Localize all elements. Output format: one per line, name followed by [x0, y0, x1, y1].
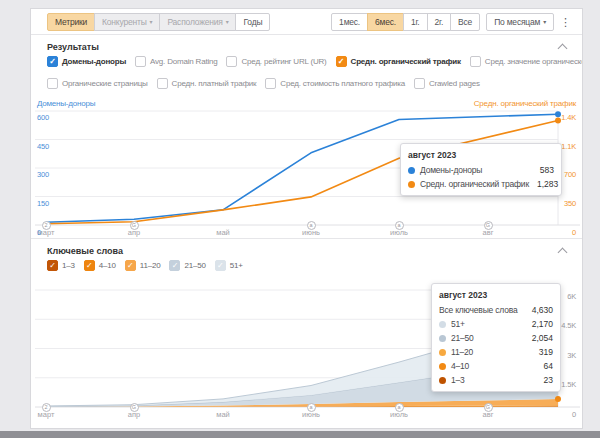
tab-competitors[interactable]: Конкуренты▾: [94, 13, 160, 31]
metric-checkbox[interactable]: ✓4–10: [84, 260, 116, 271]
results-metric-checkboxes: ✓Домены-донорыAvg. Domain RatingСред. ре…: [31, 52, 582, 96]
tooltip-row: Домены-доноры583: [401, 163, 561, 177]
tooltip-row-label: 21–50: [451, 331, 524, 345]
metric-checkbox[interactable]: Avg. Domain Rating: [135, 56, 217, 67]
series-dot-icon: [408, 181, 415, 188]
left-axis-zero: 0: [37, 228, 41, 237]
tooltip-row: 21–502,054: [432, 331, 560, 345]
tooltip-row-label: Домены-доноры: [420, 163, 532, 177]
tooltip-row-value: 64: [544, 359, 553, 373]
right-axis-tick: 1.4K: [561, 113, 576, 122]
left-axis-tick: 600: [37, 113, 49, 122]
right-axis-zero: 0: [572, 228, 576, 237]
tooltip-row-label: 1–3: [451, 373, 536, 387]
axis-event-marker[interactable]: a: [395, 403, 404, 412]
checkbox-box-icon: ✓: [169, 260, 180, 271]
range-button[interactable]: 2г.: [427, 13, 452, 31]
checkbox-box-icon: ✓: [47, 260, 58, 271]
checkbox-label: 51+: [230, 261, 243, 270]
metric-checkbox[interactable]: ✓21–50: [169, 260, 205, 271]
tab-years-label: Годы: [243, 17, 262, 27]
range-button[interactable]: 6мес.: [367, 13, 404, 31]
series-dot-icon: [439, 321, 446, 328]
x-axis-month-label: май: [208, 410, 238, 419]
metrics-panel: МетрикиКонкуренты▾Расположения▾Годы 1мес…: [30, 8, 583, 429]
tab-competitors-label: Конкуренты: [102, 17, 147, 27]
kebab-menu-icon[interactable]: ⋮: [554, 16, 574, 28]
series-dot-icon: [439, 335, 446, 342]
axis-event-marker[interactable]: G: [130, 403, 139, 412]
metric-checkbox[interactable]: Органические страницы: [47, 78, 148, 89]
chevron-down-icon: ▾: [226, 17, 229, 27]
keywords-chart[interactable]: мартапрмайиюньиюльавг2GaaG6K4.5K3K1.5K0а…: [31, 278, 584, 419]
view-tabs: МетрикиКонкуренты▾Расположения▾Годы: [47, 13, 270, 31]
axis-event-marker[interactable]: a: [395, 221, 404, 230]
checkbox-label: Сред. значение органического трафика: [485, 57, 582, 66]
metric-checkbox[interactable]: Crawled pages: [414, 78, 480, 89]
axis-event-marker[interactable]: 2: [42, 221, 51, 230]
range-controls: 1мес.6мес.1г.2г.Все По месяцам ▾ ⋮: [331, 13, 574, 31]
checkbox-row: Органические страницыСредн. платный траф…: [31, 74, 582, 96]
chart-tooltip: август 2023Все ключевые слова4,63051+2,1…: [431, 283, 561, 392]
right-axis-tick: 4.5K: [561, 321, 576, 330]
metric-checkbox[interactable]: Средн. платный трафик: [157, 78, 257, 89]
tooltip-title: август 2023: [432, 288, 560, 303]
range-button[interactable]: 1мес.: [331, 13, 368, 31]
tooltip-row-value: 2,054: [532, 331, 553, 345]
tab-locations[interactable]: Расположения▾: [159, 13, 236, 31]
left-axis-tick: 300: [37, 170, 49, 179]
series-endpoint-dot: [555, 118, 561, 124]
checkbox-box-icon: ✓: [125, 260, 136, 271]
tooltip-row-value: 319: [539, 345, 553, 359]
tooltip-row: Средн. органический трафик1,283: [401, 177, 561, 191]
checkbox-label: Домены-доноры: [62, 57, 126, 66]
metric-checkbox[interactable]: ✓Домены-доноры: [47, 56, 126, 67]
series-dot-icon: [439, 349, 446, 356]
metric-checkbox[interactable]: Сред. значение органического трафика: [470, 56, 582, 67]
tab-metrics-label: Метрики: [55, 17, 87, 27]
checkbox-box-icon: [47, 78, 58, 89]
checkbox-label: 4–10: [99, 261, 116, 270]
checkbox-label: Avg. Domain Rating: [150, 57, 217, 66]
right-axis-tick: 700: [564, 170, 576, 179]
metric-checkbox[interactable]: ✓1–3: [47, 260, 75, 271]
checkbox-box-icon: ✓: [47, 56, 58, 67]
tooltip-row-label: 51+: [451, 317, 524, 331]
metric-checkbox[interactable]: Сред. стоимость платного трафика: [265, 78, 405, 89]
chevron-down-icon: ▾: [150, 17, 153, 27]
axis-event-marker[interactable]: G: [484, 221, 493, 230]
checkbox-label: Средн. платный трафик: [172, 79, 257, 88]
tab-years[interactable]: Годы: [235, 13, 270, 31]
chevron-down-icon: ▾: [543, 17, 546, 27]
series-dot-icon: [439, 377, 446, 384]
axis-event-marker[interactable]: G: [484, 403, 493, 412]
axis-event-marker[interactable]: a: [307, 403, 316, 412]
checkbox-label: 21–50: [184, 261, 205, 270]
tooltip-row-value: 2,170: [532, 317, 553, 331]
range-button[interactable]: Все: [450, 13, 480, 31]
axis-event-marker[interactable]: 2: [42, 403, 51, 412]
axis-event-marker[interactable]: G: [130, 221, 139, 230]
metric-checkbox[interactable]: Сред. рейтинг URL (UR): [226, 56, 326, 67]
results-title: Результаты: [47, 42, 99, 52]
checkbox-box-icon: [414, 78, 425, 89]
range-button[interactable]: 1г.: [403, 13, 428, 31]
granularity-dropdown[interactable]: По месяцам ▾: [486, 13, 554, 31]
tab-metrics[interactable]: Метрики: [47, 13, 95, 31]
tooltip-row-label: Все ключевые слова: [439, 303, 524, 317]
metric-checkbox[interactable]: ✓Средн. органический трафик: [336, 56, 461, 67]
axis-event-marker[interactable]: a: [307, 221, 316, 230]
results-chart[interactable]: мартапрмайиюньиюльавг2GaaGДомены-донорыС…: [31, 96, 584, 238]
tooltip-row: 1–323: [432, 373, 560, 387]
checkbox-box-icon: [265, 78, 276, 89]
checkbox-label: Сред. рейтинг URL (UR): [241, 57, 326, 66]
right-axis-tick: 3K: [567, 351, 576, 360]
metric-checkbox[interactable]: ✓11–20: [125, 260, 161, 271]
checkbox-label: 11–20: [140, 261, 161, 270]
checkbox-row: ✓1–3✓4–10✓11–20✓21–50✓51+: [31, 256, 582, 278]
series-dot-icon: [408, 167, 415, 174]
range-button-group: 1мес.6мес.1г.2г.Все: [331, 13, 480, 31]
right-axis-zero: 0: [572, 410, 576, 419]
right-axis-tick: 350: [564, 199, 576, 208]
metric-checkbox[interactable]: ✓51+: [215, 260, 243, 271]
